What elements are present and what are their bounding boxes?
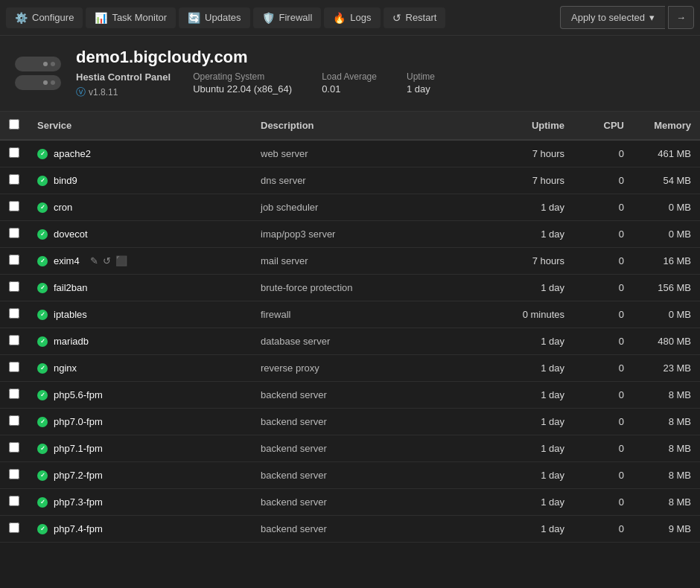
- cpu-cell: 0: [573, 516, 633, 543]
- row-checkbox-cell: [0, 167, 28, 194]
- uptime-value: 7 hours: [532, 175, 564, 186]
- table-row: php7.4-fpm backend server1 day09 MB: [0, 516, 700, 543]
- server-icon-graphic: [15, 57, 61, 90]
- memory-cell: 8 MB: [633, 489, 700, 516]
- description-cell: job scheduler: [252, 194, 491, 221]
- apply-arrow-button[interactable]: →: [668, 6, 694, 29]
- cpu-cell: 0: [573, 221, 633, 248]
- apply-to-selected-button[interactable]: Apply to selected ▾: [560, 6, 665, 29]
- select-all-checkbox[interactable]: [9, 119, 19, 130]
- description-cell: mail server: [252, 248, 491, 275]
- memory-value: 156 MB: [658, 282, 691, 293]
- row-checkbox-cell: [0, 275, 28, 301]
- updates-button[interactable]: 🔄 Updates: [179, 7, 249, 28]
- description-cell: web server: [252, 140, 491, 167]
- status-icon: [37, 256, 48, 266]
- restart-service-icon[interactable]: ↺: [103, 255, 111, 266]
- top-navigation: ⚙️ Configure 📊 Task Monitor 🔄 Updates 🛡️…: [0, 0, 700, 36]
- row-checkbox-cell: [0, 516, 28, 543]
- memory-cell: 0 MB: [633, 221, 700, 248]
- services-tbody: apache2 web server7 hours0461 MB bind9 d…: [0, 140, 700, 543]
- uptime-cell: 1 day: [491, 355, 573, 382]
- cpu-value: 0: [619, 443, 624, 454]
- uptime-value: 1 day: [541, 470, 564, 481]
- row-checkbox[interactable]: [9, 308, 19, 319]
- service-cell: apache2: [28, 140, 252, 167]
- firewall-button[interactable]: 🛡️ Firewall: [253, 7, 322, 28]
- row-checkbox-cell: [0, 328, 28, 355]
- memory-cell: 16 MB: [633, 248, 700, 275]
- memory-cell: 23 MB: [633, 355, 700, 382]
- row-checkbox[interactable]: [9, 255, 19, 265]
- row-checkbox-cell: [0, 194, 28, 221]
- table-row: mariadb database server1 day0480 MB: [0, 328, 700, 355]
- task-monitor-button[interactable]: 📊 Task Monitor: [86, 7, 176, 28]
- restart-button[interactable]: ↺ Restart: [384, 7, 446, 28]
- uptime-value: 1 day: [541, 229, 564, 240]
- service-cell: php7.2-fpm: [28, 462, 252, 489]
- description-cell: backend server: [252, 382, 491, 409]
- load-meta: Load Average 0.01: [322, 71, 377, 95]
- configure-button[interactable]: ⚙️ Configure: [6, 7, 83, 28]
- memory-value: 0 MB: [669, 202, 691, 213]
- row-checkbox[interactable]: [9, 228, 19, 238]
- uptime-cell: 1 day: [491, 462, 573, 489]
- cpu-value: 0: [619, 523, 624, 534]
- status-icon: [37, 310, 48, 320]
- row-checkbox[interactable]: [9, 415, 19, 426]
- server-chip-bottom: [15, 75, 61, 90]
- row-checkbox[interactable]: [9, 362, 19, 372]
- uptime-value: 1 day: [541, 389, 564, 400]
- memory-cell: 8 MB: [633, 409, 700, 435]
- description-cell: backend server: [252, 435, 491, 462]
- memory-value: 9 MB: [669, 523, 691, 534]
- row-checkbox-cell: [0, 462, 28, 489]
- status-icon: [37, 470, 48, 481]
- status-icon: [37, 229, 48, 240]
- uptime-value: 1 day: [541, 416, 564, 427]
- memory-value: 54 MB: [663, 175, 691, 186]
- memory-header: Memory: [633, 112, 700, 140]
- uptime-cell: 1 day: [491, 435, 573, 462]
- cpu-value: 0: [619, 282, 624, 293]
- row-checkbox[interactable]: [9, 147, 19, 158]
- service-name: nginx: [54, 362, 77, 374]
- table-header-row: Service Description Uptime CPU Memory: [0, 112, 700, 140]
- row-checkbox[interactable]: [9, 281, 19, 292]
- uptime-cell: 1 day: [491, 516, 573, 543]
- memory-value: 0 MB: [669, 309, 691, 320]
- cpu-cell: 0: [573, 355, 633, 382]
- memory-value: 8 MB: [669, 470, 691, 481]
- logs-button[interactable]: 🔥 Logs: [324, 7, 380, 28]
- edit-icon[interactable]: ✎: [90, 255, 98, 266]
- row-checkbox[interactable]: [9, 174, 19, 185]
- status-icon: [37, 524, 48, 534]
- status-icon: [37, 390, 48, 400]
- memory-value: 0 MB: [669, 229, 691, 240]
- row-checkbox[interactable]: [9, 335, 19, 345]
- description-cell: imap/pop3 server: [252, 221, 491, 248]
- service-name: mariadb: [54, 336, 89, 347]
- version-icon: ⓥ: [76, 86, 86, 99]
- row-checkbox[interactable]: [9, 469, 19, 479]
- services-table: Service Description Uptime CPU Memory: [0, 112, 700, 543]
- cpu-value: 0: [619, 255, 624, 266]
- cpu-cell: 0: [573, 382, 633, 409]
- status-icon: [37, 417, 48, 427]
- uptime-cell: 7 hours: [491, 167, 573, 194]
- memory-cell: 54 MB: [633, 167, 700, 194]
- row-checkbox[interactable]: [9, 523, 19, 533]
- cpu-cell: 0: [573, 275, 633, 301]
- service-cell: php5.6-fpm: [28, 382, 252, 409]
- uptime-value: 1 day: [541, 443, 564, 454]
- row-checkbox[interactable]: [9, 442, 19, 453]
- row-checkbox-cell: [0, 435, 28, 462]
- logs-icon: 🔥: [333, 12, 346, 24]
- stop-icon[interactable]: ⬛: [115, 255, 127, 266]
- cpu-value: 0: [619, 336, 624, 347]
- row-checkbox[interactable]: [9, 496, 19, 506]
- cpu-value: 0: [619, 202, 624, 213]
- select-all-header: [0, 112, 28, 140]
- row-checkbox[interactable]: [9, 201, 19, 211]
- row-checkbox[interactable]: [9, 389, 19, 399]
